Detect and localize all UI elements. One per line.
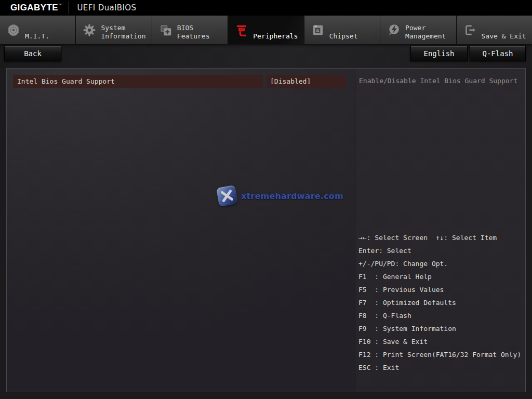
tab-label-system-information: SystemInformation bbox=[101, 16, 145, 44]
tab-chipset[interactable]: Chipset bbox=[304, 16, 380, 44]
item-help-text: Enable/Disable Intel Bios Guard Support bbox=[355, 69, 525, 86]
top-bar: GIGABYTE™ UEFI DualBIOS bbox=[0, 0, 532, 16]
tab-system-information[interactable]: SystemInformation bbox=[76, 16, 152, 44]
watermark: xtremehardware.com bbox=[218, 187, 343, 205]
tab-bios-features[interactable]: BIOSFeatures bbox=[152, 16, 228, 44]
lightning-icon bbox=[387, 23, 401, 37]
gigabyte-logo: GIGABYTE™ bbox=[10, 3, 62, 13]
tab-label-save-exit: Save & Exit bbox=[482, 16, 526, 44]
tab-label-mit: M.I.T. bbox=[25, 16, 49, 44]
chips-icon bbox=[159, 23, 172, 37]
main-panel: Intel Bios Guard Support [Disabled] xtre… bbox=[6, 68, 526, 392]
legend-row: F9 : System Information bbox=[358, 322, 525, 335]
tab-peripherals[interactable]: Peripherals bbox=[228, 16, 304, 44]
help-pane: Enable/Disable Intel Bios Guard Support … bbox=[355, 69, 525, 392]
setting-intel-bios-guard-label[interactable]: Intel Bios Guard Support bbox=[13, 75, 263, 88]
tab-mit[interactable]: M.I.T. bbox=[0, 16, 76, 44]
dial-icon bbox=[7, 23, 20, 37]
settings-pane: Intel Bios Guard Support [Disabled] xtre… bbox=[7, 69, 355, 392]
legend-row: Enter: Select bbox=[358, 244, 525, 257]
app-title: UEFI DualBIOS bbox=[77, 3, 136, 12]
trademark-symbol: ™ bbox=[58, 3, 62, 7]
exit-icon bbox=[463, 23, 477, 37]
chip-icon bbox=[311, 23, 325, 37]
tab-label-power-management: PowerManagement bbox=[405, 16, 446, 44]
topbar-divider bbox=[69, 2, 69, 14]
sub-bar: Back English Q-Flash bbox=[0, 44, 532, 68]
tab-label-chipset: Chipset bbox=[329, 16, 358, 44]
legend-row: F1 : General Help bbox=[358, 270, 525, 283]
legend-row: +/-/PU/PD: Change Opt. bbox=[358, 257, 525, 270]
legend-row: ESC : Exit bbox=[358, 361, 525, 374]
usb-device-icon bbox=[235, 23, 248, 37]
bios-screen: GIGABYTE™ UEFI DualBIOS M.I.T. bbox=[0, 0, 532, 399]
legend-row: F10 : Save & Exit bbox=[358, 335, 525, 348]
gear-icon bbox=[83, 23, 96, 37]
legend-row: F12 : Print Screen(FAT16/32 Format Only) bbox=[358, 348, 525, 361]
setting-intel-bios-guard-value[interactable]: [Disabled] bbox=[267, 75, 346, 88]
language-button[interactable]: English bbox=[410, 46, 468, 61]
legend-row: F8 : Q-Flash bbox=[358, 309, 525, 322]
legend-row: F7 : Optimized Defaults bbox=[358, 296, 525, 309]
qflash-button[interactable]: Q-Flash bbox=[470, 46, 526, 61]
tab-save-exit[interactable]: Save & Exit bbox=[457, 16, 532, 44]
tab-bar: M.I.T. SystemInformation bbox=[0, 16, 532, 44]
watermark-x-icon bbox=[216, 185, 238, 207]
watermark-text: xtremehardware.com bbox=[241, 191, 343, 201]
tab-power-management[interactable]: PowerManagement bbox=[380, 16, 456, 44]
legend-row: F5 : Previous Values bbox=[358, 283, 525, 296]
tab-label-bios-features: BIOSFeatures bbox=[177, 16, 210, 44]
legend-row: →←: Select Screen ↑↓: Select Item bbox=[358, 231, 525, 244]
back-button[interactable]: Back bbox=[4, 46, 61, 61]
key-legend: →←: Select Screen ↑↓: Select Item Enter:… bbox=[355, 210, 525, 392]
tab-label-peripherals: Peripherals bbox=[253, 16, 298, 44]
